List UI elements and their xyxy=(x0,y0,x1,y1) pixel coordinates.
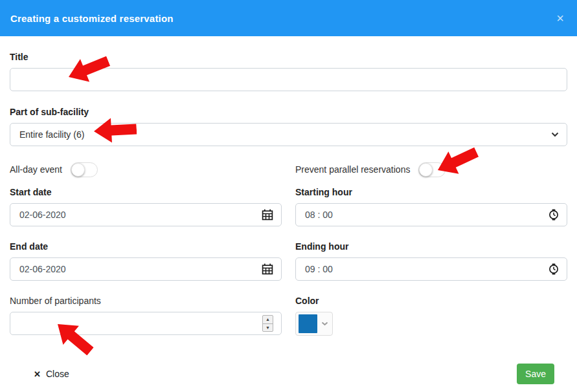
calendar-icon[interactable] xyxy=(262,263,273,275)
title-input-wrap xyxy=(10,68,567,91)
toggles-row: All-day event Prevent parallel reservati… xyxy=(10,162,567,177)
starting-hour-input-wrap xyxy=(295,203,567,226)
sub-facility-selected-value: Entire facility (6) xyxy=(19,129,84,140)
color-picker-button[interactable] xyxy=(295,312,333,336)
start-date-input[interactable] xyxy=(19,210,256,220)
all-day-field: All-day event xyxy=(10,162,282,177)
color-label: Color xyxy=(295,296,567,306)
participants-input[interactable] xyxy=(19,318,262,329)
participants-input-wrap: ▲ ▼ xyxy=(10,312,282,335)
modal-footer: ✕ Close Save xyxy=(10,364,567,384)
starting-hour-label: Starting hour xyxy=(295,187,567,197)
modal-header: Creating a customized reservation × xyxy=(0,0,577,36)
participants-label: Number of participants xyxy=(10,296,282,306)
prevent-parallel-toggle[interactable] xyxy=(418,162,446,177)
all-day-label: All-day event xyxy=(10,164,62,175)
stepper-up-icon[interactable]: ▲ xyxy=(263,316,273,324)
chevron-down-icon xyxy=(321,321,328,326)
sub-facility-field-group: Part of sub-facility Entire facility (6) xyxy=(10,107,567,146)
end-date-input[interactable] xyxy=(19,264,256,274)
participants-field-group: Number of participants ▲ ▼ xyxy=(10,296,282,336)
close-button[interactable]: ✕ Close xyxy=(34,369,69,379)
end-date-input-wrap xyxy=(10,257,282,281)
color-swatch xyxy=(299,314,317,333)
prevent-parallel-field: Prevent parallel reservations xyxy=(295,162,567,177)
start-date-input-wrap xyxy=(10,203,282,226)
quantity-stepper[interactable]: ▲ ▼ xyxy=(262,315,273,332)
end-date-field-group: End date xyxy=(10,241,282,281)
title-field-group: Title xyxy=(10,52,567,91)
close-x-icon: ✕ xyxy=(34,369,41,379)
ending-hour-input-wrap xyxy=(295,257,567,281)
start-row: Start date Starting hour xyxy=(10,187,567,226)
title-label: Title xyxy=(10,52,567,62)
ending-hour-input[interactable] xyxy=(305,264,543,274)
clock-icon[interactable] xyxy=(549,263,559,275)
sub-facility-select[interactable]: Entire facility (6) xyxy=(10,123,567,146)
prevent-parallel-label: Prevent parallel reservations xyxy=(295,164,410,175)
ending-hour-label: Ending hour xyxy=(295,241,567,252)
close-icon[interactable]: × xyxy=(556,12,564,25)
toggle-knob xyxy=(71,163,85,177)
toggle-knob xyxy=(419,163,433,177)
save-button[interactable]: Save xyxy=(517,364,554,384)
end-date-label: End date xyxy=(10,241,282,252)
sub-facility-label: Part of sub-facility xyxy=(10,107,567,117)
all-day-toggle[interactable] xyxy=(71,162,98,177)
starting-hour-field-group: Starting hour xyxy=(295,187,567,226)
ending-hour-field-group: Ending hour xyxy=(295,241,567,281)
color-field-group: Color xyxy=(295,296,567,336)
chevron-down-icon xyxy=(551,132,559,137)
participants-color-row: Number of participants ▲ ▼ Color xyxy=(10,296,567,336)
calendar-icon[interactable] xyxy=(262,209,273,221)
close-button-label: Close xyxy=(46,369,69,379)
starting-hour-input[interactable] xyxy=(305,210,543,220)
start-date-label: Start date xyxy=(10,187,282,197)
end-row: End date Ending hour xyxy=(10,241,567,281)
stepper-down-icon[interactable]: ▼ xyxy=(263,324,273,332)
modal-title: Creating a customized reservation xyxy=(10,13,174,24)
start-date-field-group: Start date xyxy=(10,187,282,226)
clock-icon[interactable] xyxy=(549,209,559,221)
title-input[interactable] xyxy=(19,74,559,85)
modal-body: Title Part of sub-facility Entire facili… xyxy=(0,36,577,384)
